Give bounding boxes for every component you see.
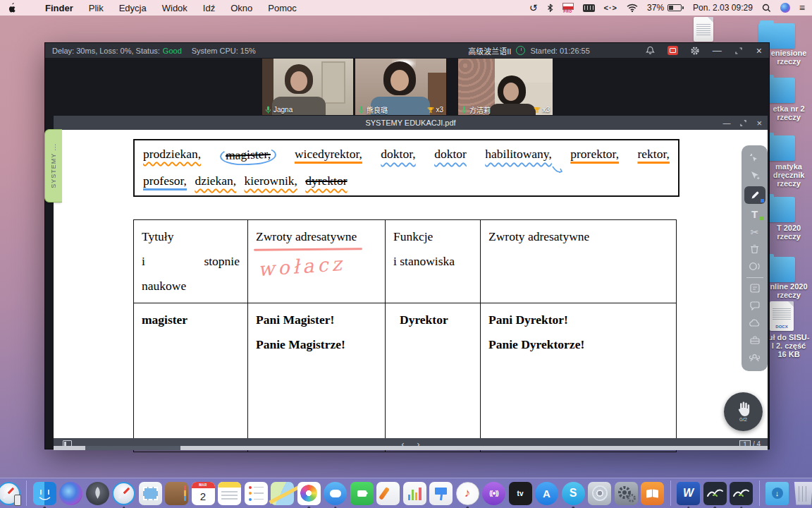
desktop-document-icon[interactable] xyxy=(694,17,713,42)
dock-system-preferences[interactable] xyxy=(615,482,638,505)
table-header-zwroty-1: Zwroty adresatywne wołacz xyxy=(248,220,386,303)
dock-divider xyxy=(759,480,760,506)
keyboard-viewer-icon[interactable] xyxy=(583,4,595,12)
document-side-tab[interactable]: SYSTEMY ... xyxy=(44,129,62,202)
horizontal-scrollbar[interactable] xyxy=(54,446,768,450)
pdf-minimize-button[interactable]: — xyxy=(722,119,730,127)
dock-contacts[interactable] xyxy=(165,482,188,505)
menubar-app-name[interactable]: Finder xyxy=(45,3,73,13)
desktop-folder-3-label: matykadręcznikrzeczy xyxy=(765,162,812,188)
table-header-funkcje: Funkcje i stanowiska xyxy=(386,220,481,303)
desktop-folder-5-label: nline 2020rzeczy xyxy=(765,282,812,299)
dock-calendar[interactable]: MAR 2 xyxy=(192,482,215,505)
word-circled: magister, xyxy=(219,145,276,167)
raise-hand-button[interactable]: 0/2 xyxy=(724,392,763,431)
pdf-title: SYSTEMY EDUKACJI.pdf xyxy=(365,119,455,127)
record-feedback-icon[interactable] xyxy=(668,46,678,55)
notes-tool[interactable] xyxy=(745,281,765,295)
dock-pages[interactable] xyxy=(376,482,400,505)
video-tile-jagna[interactable]: Jagna xyxy=(262,59,353,115)
select-move-tool[interactable] xyxy=(745,169,765,183)
video-tile-student-1[interactable]: 熊良璐 x3 xyxy=(355,59,446,115)
word: prorektor, xyxy=(570,147,619,166)
dock-app-store[interactable]: A xyxy=(535,482,558,505)
toolbar-divider xyxy=(746,277,763,278)
pen-tool-selected[interactable] xyxy=(744,186,765,204)
awards-tool[interactable] xyxy=(745,351,765,365)
dock-books[interactable] xyxy=(641,482,664,505)
dock-maps[interactable] xyxy=(271,482,294,505)
pen-color-badge xyxy=(761,199,764,202)
wifi-icon[interactable] xyxy=(627,4,638,12)
apple-menu-icon[interactable] xyxy=(7,2,17,13)
pdf-close-button[interactable]: × xyxy=(756,118,762,128)
chat-tool[interactable] xyxy=(745,298,765,313)
cpu-stat: System CPU: 15% xyxy=(192,47,256,55)
dock-classin-1[interactable] xyxy=(703,482,727,505)
siri-icon[interactable] xyxy=(780,3,790,13)
dock-skype[interactable]: S xyxy=(562,482,585,505)
dock-facetime[interactable] xyxy=(350,482,374,505)
dock-photos[interactable] xyxy=(297,482,321,505)
scrollbar-thumb[interactable] xyxy=(85,446,180,450)
scissors-tool[interactable]: ✂ xyxy=(745,225,765,239)
dock-apple-tv[interactable]: tv xyxy=(509,482,532,505)
menu-edycja[interactable]: Edycja xyxy=(119,3,147,13)
classin-window: Delay: 30ms, Loss: 0%, Status: Good Syst… xyxy=(44,42,770,449)
dock-podcasts[interactable]: ((●)) xyxy=(482,482,505,505)
dock-siri[interactable] xyxy=(59,482,82,505)
battery-indicator[interactable]: 37% xyxy=(647,3,684,13)
cell-magister: magister xyxy=(134,303,248,452)
table-header-tytuly: Tytuły istopnie naukowe xyxy=(134,220,248,303)
dock-dvd-player[interactable] xyxy=(588,482,611,505)
dock: MAR 2 ♪ ((●)) tv A S xyxy=(0,478,812,508)
dock-messages[interactable] xyxy=(324,482,347,505)
menu-okno[interactable]: Okno xyxy=(230,3,252,13)
trophy-icon xyxy=(427,107,434,114)
toolbox-tool[interactable] xyxy=(745,333,765,347)
dock-safari[interactable] xyxy=(112,482,135,505)
window-restore-button[interactable] xyxy=(734,45,744,56)
menu-plik[interactable]: Plik xyxy=(89,3,104,13)
shape-tool[interactable] xyxy=(745,260,765,274)
desktop-docx-file[interactable]: DOCX xyxy=(770,301,794,331)
dock-notes[interactable] xyxy=(218,482,241,505)
window-close-button[interactable]: × xyxy=(756,45,762,56)
menu-pomoc[interactable]: Pomoc xyxy=(268,3,296,13)
text-tool[interactable]: T xyxy=(745,207,765,222)
dock-finder[interactable] xyxy=(33,482,56,505)
eraser-trash-tool[interactable] xyxy=(745,242,765,256)
time-machine-icon[interactable]: ↺ xyxy=(529,2,538,13)
menubar-clock[interactable]: Pon. 2.03 09:29 xyxy=(693,3,753,13)
bell-icon[interactable] xyxy=(645,45,656,56)
cloud-tool[interactable] xyxy=(745,316,765,330)
dock-safari-handoff[interactable] xyxy=(0,482,20,505)
video-tile-student-2[interactable]: 方洁莉 x3 xyxy=(458,59,553,115)
laser-pointer-tool[interactable] xyxy=(745,152,765,166)
dock-numbers[interactable] xyxy=(403,482,426,505)
dock-mail[interactable] xyxy=(139,482,162,505)
vocabulary-box: prodziekan, magister, wicedyrektor, dokt… xyxy=(133,139,679,197)
dock-reminders[interactable] xyxy=(245,482,268,505)
pdf-titlebar[interactable]: SYSTEMY EDUKACJI.pdf — × xyxy=(54,116,768,130)
code-brackets-icon[interactable]: <·> xyxy=(604,4,618,12)
notification-center-icon[interactable]: ≡ xyxy=(799,2,805,13)
dock-itunes[interactable]: ♪ xyxy=(456,482,479,505)
dock-downloads-folder[interactable]: ↓ xyxy=(765,482,789,505)
dock-keynote[interactable] xyxy=(429,482,453,505)
dock-trash[interactable] xyxy=(792,482,812,505)
window-minimize-button[interactable]: — xyxy=(713,45,722,56)
bluetooth-icon[interactable] xyxy=(547,4,553,13)
classin-toolbar: T ✂ xyxy=(742,145,768,371)
menu-widok[interactable]: Widok xyxy=(162,3,187,13)
course-title: 高级波兰语II xyxy=(468,45,511,56)
dock-classin-2[interactable] xyxy=(730,482,753,505)
keyboard-layout-flag-icon[interactable]: PRO xyxy=(562,3,574,13)
settings-gear-icon[interactable] xyxy=(690,45,701,56)
pdf-restore-button[interactable] xyxy=(740,120,746,126)
spotlight-search-icon[interactable] xyxy=(762,4,771,13)
dock-word[interactable]: W xyxy=(677,482,700,505)
dock-launchpad[interactable] xyxy=(86,482,109,505)
mic-on-icon xyxy=(358,106,364,114)
menu-idz[interactable]: Idź xyxy=(203,3,215,13)
